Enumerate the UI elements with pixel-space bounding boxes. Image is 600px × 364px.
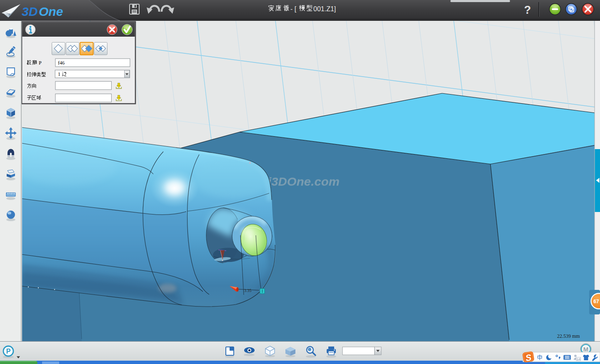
svg-text:1: 1 (58, 71, 60, 77)
svg-text:3D: 3D (22, 5, 38, 18)
svg-text:- [: - [ (290, 5, 297, 12)
svg-text:i3DOne.com: i3DOne.com (268, 175, 340, 188)
svg-text:67: 67 (593, 299, 599, 304)
svg-text:f46: f46 (58, 60, 65, 66)
svg-text:P: P (6, 348, 11, 355)
svg-text:P: P (39, 60, 42, 66)
svg-text:?: ? (524, 4, 531, 16)
svg-text:M: M (583, 346, 589, 353)
svg-text:22.539 mm: 22.539 mm (557, 333, 580, 339)
svg-text:One: One (39, 5, 63, 18)
svg-text:001.Z1]: 001.Z1] (313, 5, 336, 12)
svg-text:3.35: 3.35 (244, 288, 252, 293)
svg-text:14: 14 (577, 357, 580, 361)
